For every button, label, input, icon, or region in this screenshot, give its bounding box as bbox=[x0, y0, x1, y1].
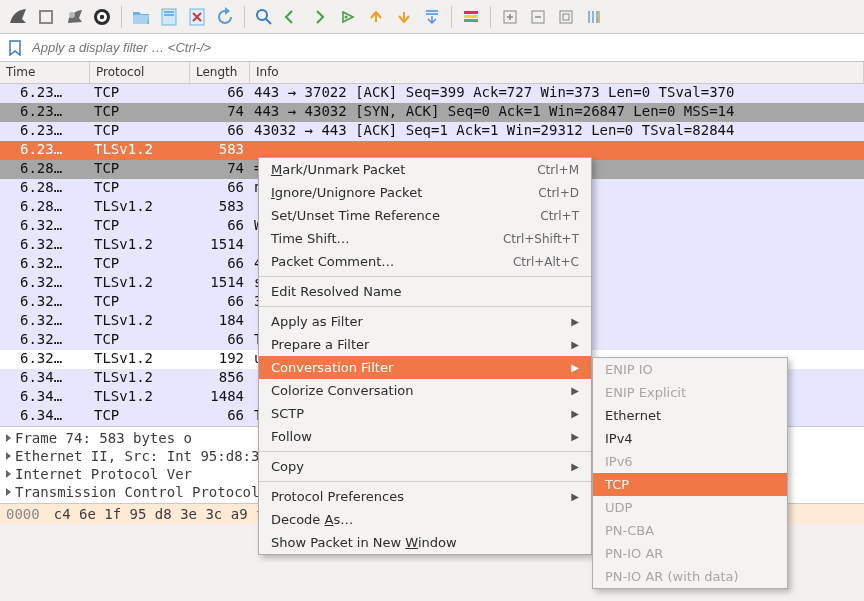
cell-protocol: TCP bbox=[90, 293, 190, 312]
display-filter-input[interactable] bbox=[28, 37, 860, 58]
first-icon[interactable] bbox=[364, 5, 388, 29]
goto-icon[interactable] bbox=[336, 5, 360, 29]
menu-sctp[interactable]: SCTP▶ bbox=[259, 402, 591, 425]
column-protocol[interactable]: Protocol bbox=[90, 62, 190, 83]
detail-text: Ethernet II, Src: Int 95:d8:3 bbox=[15, 448, 259, 464]
shark-fin-icon[interactable] bbox=[6, 5, 30, 29]
menu-protocol-preferences[interactable]: Protocol Preferences▶ bbox=[259, 485, 591, 508]
menu-mark-packet[interactable]: Mark/Unmark PacketCtrl+M bbox=[259, 158, 591, 181]
cell-protocol: TLSv1.2 bbox=[90, 388, 190, 407]
menu-packet-comment[interactable]: Packet Comment…Ctrl+Alt+C bbox=[259, 250, 591, 273]
restart-icon[interactable] bbox=[62, 5, 86, 29]
submenu-pn-cba: PN-CBA bbox=[593, 519, 787, 542]
expand-icon[interactable] bbox=[6, 434, 11, 442]
svg-rect-0 bbox=[40, 11, 52, 23]
menu-colorize-conversation[interactable]: Colorize Conversation▶ bbox=[259, 379, 591, 402]
conversation-filter-submenu: ENIP IO ENIP Explicit Ethernet IPv4 IPv6… bbox=[592, 357, 788, 589]
main-toolbar bbox=[0, 0, 864, 34]
colorize-icon[interactable] bbox=[459, 5, 483, 29]
cell-protocol: TLSv1.2 bbox=[90, 312, 190, 331]
cell-protocol: TCP bbox=[90, 407, 190, 426]
cell-protocol: TCP bbox=[90, 179, 190, 198]
packet-row[interactable]: 6.23…TCP6643032 → 443 [ACK] Seq=1 Ack=1 … bbox=[0, 122, 864, 141]
menu-decode-as[interactable]: Decode As… bbox=[259, 508, 591, 531]
packet-row[interactable]: 6.23…TCP66443 → 37022 [ACK] Seq=399 Ack=… bbox=[0, 84, 864, 103]
prev-icon[interactable] bbox=[280, 5, 304, 29]
stop-icon[interactable] bbox=[34, 5, 58, 29]
expand-icon[interactable] bbox=[6, 470, 11, 478]
cell-time: 6.28… bbox=[0, 160, 90, 179]
open-icon[interactable] bbox=[129, 5, 153, 29]
cell-protocol: TCP bbox=[90, 331, 190, 350]
toolbar-separator bbox=[244, 6, 245, 28]
cell-protocol: TCP bbox=[90, 84, 190, 103]
autoscroll-icon[interactable] bbox=[420, 5, 444, 29]
cell-time: 6.23… bbox=[0, 141, 90, 160]
cell-time: 6.28… bbox=[0, 179, 90, 198]
reload-icon[interactable] bbox=[213, 5, 237, 29]
cell-time: 6.32… bbox=[0, 350, 90, 369]
cell-length: 66 bbox=[190, 84, 250, 103]
cell-length: 66 bbox=[190, 179, 250, 198]
menu-follow[interactable]: Follow▶ bbox=[259, 425, 591, 448]
options-icon[interactable] bbox=[90, 5, 114, 29]
svg-point-9 bbox=[257, 10, 267, 20]
menu-show-packet-window[interactable]: Show Packet in New Window bbox=[259, 531, 591, 554]
expand-icon[interactable] bbox=[6, 452, 11, 460]
submenu-enip-io: ENIP IO bbox=[593, 358, 787, 381]
cell-length: 583 bbox=[190, 141, 250, 160]
svg-rect-11 bbox=[464, 11, 478, 14]
cell-time: 6.32… bbox=[0, 217, 90, 236]
submenu-udp: UDP bbox=[593, 496, 787, 519]
cell-length: 184 bbox=[190, 312, 250, 331]
cell-length: 583 bbox=[190, 198, 250, 217]
cell-time: 6.32… bbox=[0, 236, 90, 255]
close-icon[interactable] bbox=[185, 5, 209, 29]
svg-point-4 bbox=[100, 14, 104, 18]
cell-length: 66 bbox=[190, 122, 250, 141]
cell-time: 6.34… bbox=[0, 369, 90, 388]
svg-rect-6 bbox=[164, 11, 174, 13]
cell-length: 1514 bbox=[190, 236, 250, 255]
menu-copy[interactable]: Copy▶ bbox=[259, 455, 591, 478]
expand-icon[interactable] bbox=[6, 488, 11, 496]
cell-length: 856 bbox=[190, 369, 250, 388]
cell-time: 6.32… bbox=[0, 293, 90, 312]
submenu-tcp[interactable]: TCP bbox=[593, 473, 787, 496]
submenu-ipv4[interactable]: IPv4 bbox=[593, 427, 787, 450]
cell-length: 192 bbox=[190, 350, 250, 369]
packet-row[interactable]: 6.23…TCP74443 → 43032 [SYN, ACK] Seq=0 A… bbox=[0, 103, 864, 122]
resize-columns-icon[interactable] bbox=[582, 5, 606, 29]
find-icon[interactable] bbox=[252, 5, 276, 29]
menu-time-reference[interactable]: Set/Unset Time ReferenceCtrl+T bbox=[259, 204, 591, 227]
zoom-reset-icon[interactable] bbox=[554, 5, 578, 29]
cell-length: 66 bbox=[190, 331, 250, 350]
cell-time: 6.34… bbox=[0, 388, 90, 407]
last-icon[interactable] bbox=[392, 5, 416, 29]
cell-protocol: TCP bbox=[90, 217, 190, 236]
svg-rect-17 bbox=[563, 14, 569, 20]
menu-apply-as-filter[interactable]: Apply as Filter▶ bbox=[259, 310, 591, 333]
zoom-in-icon[interactable] bbox=[498, 5, 522, 29]
next-icon[interactable] bbox=[308, 5, 332, 29]
menu-edit-resolved-name[interactable]: Edit Resolved Name bbox=[259, 280, 591, 303]
menu-conversation-filter[interactable]: Conversation Filter▶ bbox=[259, 356, 591, 379]
submenu-ethernet[interactable]: Ethernet bbox=[593, 404, 787, 427]
cell-length: 66 bbox=[190, 407, 250, 426]
column-info[interactable]: Info bbox=[250, 62, 864, 83]
menu-separator bbox=[259, 451, 591, 452]
menu-separator bbox=[259, 481, 591, 482]
submenu-pn-io-ar-data: PN-IO AR (with data) bbox=[593, 565, 787, 588]
menu-separator bbox=[259, 306, 591, 307]
column-length[interactable]: Length bbox=[190, 62, 250, 83]
svg-rect-7 bbox=[164, 14, 174, 16]
menu-prepare-a-filter[interactable]: Prepare a Filter▶ bbox=[259, 333, 591, 356]
menu-ignore-packet[interactable]: Ignore/Unignore PacketCtrl+D bbox=[259, 181, 591, 204]
column-time[interactable]: Time bbox=[0, 62, 90, 83]
bookmark-icon[interactable] bbox=[8, 40, 24, 56]
menu-time-shift[interactable]: Time Shift…Ctrl+Shift+T bbox=[259, 227, 591, 250]
cell-protocol: TLSv1.2 bbox=[90, 198, 190, 217]
save-icon[interactable] bbox=[157, 5, 181, 29]
cell-protocol: TCP bbox=[90, 160, 190, 179]
zoom-out-icon[interactable] bbox=[526, 5, 550, 29]
